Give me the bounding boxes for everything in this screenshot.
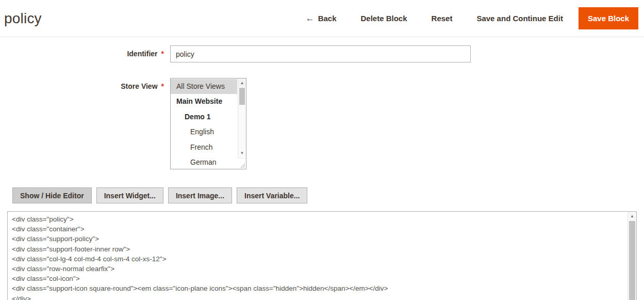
content-editor: <div class="policy"> <div class="contain… <box>7 211 637 300</box>
page-title: policy <box>4 10 42 27</box>
identifier-field-row: Identifier* <box>0 45 644 62</box>
store-view-option[interactable]: Main Website <box>171 94 237 109</box>
store-view-scrollbar[interactable]: ▲ ▼ <box>238 78 246 169</box>
store-view-select[interactable]: All Store ViewsMain WebsiteDemo 1English… <box>170 78 246 169</box>
delete-block-button[interactable]: Delete Block <box>361 14 407 23</box>
store-view-option[interactable]: English <box>171 124 237 139</box>
scroll-up-icon[interactable]: ▲ <box>238 78 246 87</box>
identifier-label: Identifier* <box>0 45 164 58</box>
page-header: policy ← Back Delete Block Reset Save an… <box>0 0 644 37</box>
back-button[interactable]: ← Back <box>306 14 337 23</box>
back-button-label: Back <box>318 14 337 23</box>
store-view-option[interactable]: German <box>171 155 237 169</box>
resize-grip-icon[interactable] <box>238 158 246 169</box>
store-view-option[interactable]: Demo 1 <box>171 109 237 124</box>
scrollbar-thumb[interactable] <box>239 88 245 105</box>
header-actions: ← Back Delete Block Reset Save and Conti… <box>306 7 638 29</box>
content-textarea[interactable]: <div class="policy"> <div class="contain… <box>8 212 636 300</box>
store-view-option[interactable]: All Store Views <box>171 79 237 94</box>
insert-image-button[interactable]: Insert Image... <box>168 187 232 203</box>
back-arrow-icon: ← <box>306 14 315 23</box>
identifier-input[interactable] <box>170 45 471 62</box>
required-asterisk: * <box>161 82 164 90</box>
store-view-field-row: Store View* All Store ViewsMain WebsiteD… <box>0 78 644 169</box>
scroll-down-icon[interactable]: ▼ <box>238 149 246 157</box>
content-scrollbar[interactable]: ▲ <box>628 212 636 300</box>
insert-variable-button[interactable]: Insert Variable... <box>237 187 307 203</box>
scrollbar-thumb[interactable] <box>629 221 635 300</box>
store-view-option[interactable]: French <box>171 140 237 155</box>
block-edit-form: Identifier* Store View* All Store ViewsM… <box>0 37 644 300</box>
insert-widget-button[interactable]: Insert Widget... <box>96 187 163 203</box>
editor-buttons: Show / Hide EditorInsert Widget...Insert… <box>12 187 644 203</box>
show-hide-editor-button[interactable]: Show / Hide Editor <box>12 187 92 203</box>
store-view-label: Store View* <box>0 78 164 90</box>
scroll-up-icon[interactable]: ▲ <box>628 212 636 220</box>
save-and-continue-button[interactable]: Save and Continue Edit <box>476 14 563 23</box>
save-block-button[interactable]: Save Block <box>579 7 638 29</box>
store-view-options: All Store ViewsMain WebsiteDemo 1English… <box>171 79 237 169</box>
reset-button[interactable]: Reset <box>432 14 453 23</box>
required-asterisk: * <box>161 50 164 58</box>
